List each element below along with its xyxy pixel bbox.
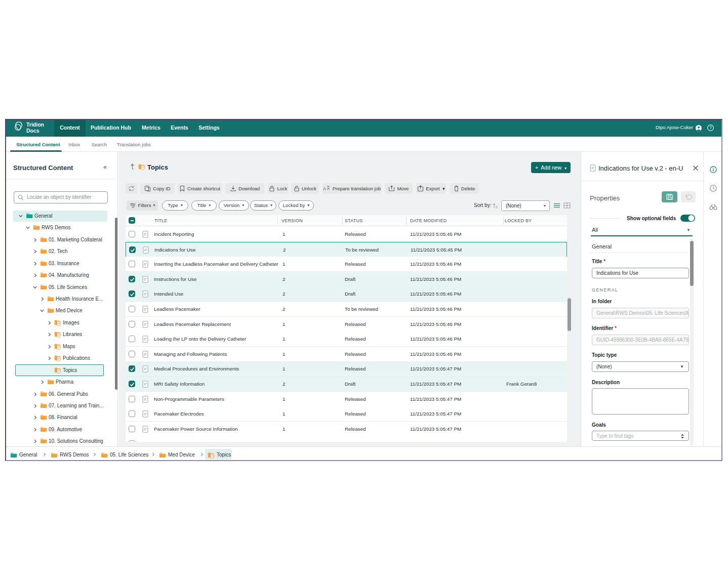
svg-text:A: A (323, 186, 326, 191)
svg-text:?: ? (709, 125, 712, 130)
